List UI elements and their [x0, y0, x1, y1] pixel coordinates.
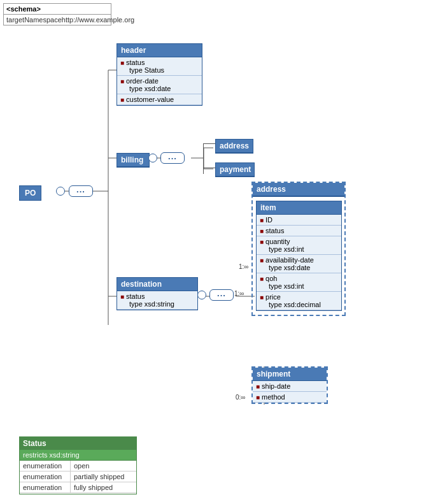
status-row-full: enumeration fully shipped	[20, 482, 136, 493]
payment-title: payment	[216, 163, 254, 176]
billing-branch-v	[203, 143, 204, 174]
payment-node: payment	[215, 162, 255, 177]
status-key: enumeration	[20, 472, 71, 482]
status-val: fully shipped	[71, 482, 116, 493]
po-dots-label: ···	[76, 187, 85, 196]
shipment-field-method: ■method	[253, 392, 327, 403]
status-val: partially shipped	[71, 472, 128, 482]
field-icon: ■	[260, 227, 264, 234]
field-icon: ■	[260, 294, 264, 301]
header-field-orderdate: ■order-datetype xsd:date	[117, 76, 202, 94]
item-field-status: ■status	[257, 226, 341, 236]
destination-connector-oval	[197, 291, 206, 299]
po-address-container: address item ■ID ■status ■quantitytype x…	[251, 182, 346, 316]
field-icon: ■	[256, 383, 260, 390]
label-one-inf-item: 1:∞	[239, 263, 248, 270]
field-icon: ■	[120, 96, 124, 103]
header-node: header ■statustype Status ■order-datetyp…	[117, 43, 202, 106]
billing-branch-h2	[203, 168, 216, 168]
status-row-partial: enumeration partially shipped	[20, 472, 136, 482]
item-field-price: ■pricetype xsd:decimal	[257, 292, 341, 310]
status-key: enumeration	[20, 482, 71, 493]
status-row-open: enumeration open	[20, 461, 136, 472]
label-one-inf-destination: 1:∞	[234, 290, 244, 297]
header-field-status: ■statustype Status	[117, 57, 202, 76]
field-icon: ■	[120, 59, 124, 66]
destination-field-status: ■statustype xsd:string	[117, 291, 197, 310]
destination-node: destination ■statustype xsd:string	[117, 277, 198, 310]
billing-node: billing	[117, 153, 150, 168]
field-icon: ■	[260, 257, 264, 264]
schema-val: http://www.example.org	[62, 16, 134, 24]
status-key: enumeration	[20, 461, 71, 471]
schema-box: <schema> targetNamespace http://www.exam…	[3, 3, 111, 25]
billing-dots-label: ···	[168, 154, 177, 163]
field-icon: ■	[260, 275, 264, 282]
field-icon: ■	[260, 217, 264, 224]
field-icon: ■	[120, 78, 124, 85]
billing-address-title: address	[216, 140, 253, 153]
item-node: item ■ID ■status ■quantitytype xsd:int ■…	[256, 201, 342, 311]
shipment-container: shipment ■ship-date ■method	[251, 366, 328, 404]
item-title: item	[257, 201, 341, 215]
destination-title: destination	[117, 278, 197, 291]
billing-connector-oval	[148, 154, 157, 162]
item-field-id: ■ID	[257, 215, 341, 226]
destination-dots-box: ···	[209, 289, 234, 301]
billing-dots-box: ···	[160, 152, 185, 164]
po-connector-oval	[56, 187, 65, 196]
field-icon: ■	[120, 293, 124, 300]
header-title: header	[117, 44, 202, 57]
connector-lines	[0, 0, 431, 504]
schema-title: <schema>	[4, 4, 111, 15]
shipment-title: shipment	[253, 368, 327, 381]
billing-address-node: address	[215, 139, 253, 154]
schema-row-namespace: targetNamespace http://www.example.org	[4, 15, 111, 25]
status-subtitle: restricts xsd:string	[20, 450, 136, 461]
po-node: PO	[19, 185, 41, 201]
destination-dots-label: ···	[217, 291, 226, 300]
po-address-node: address	[253, 183, 344, 197]
status-title: Status	[20, 437, 136, 450]
po-dots-box: ···	[69, 185, 93, 197]
status-val: open	[71, 461, 92, 471]
header-field-customervalue: ■customer-value	[117, 94, 202, 105]
field-icon: ■	[260, 238, 264, 245]
shipment-field-shipdate: ■ship-date	[253, 381, 327, 392]
item-field-avail: ■availability-datetype xsd:date	[257, 255, 341, 273]
po-address-title: address	[253, 183, 344, 196]
diagram-area: <schema> targetNamespace http://www.exam…	[0, 0, 431, 504]
shipment-node: shipment ■ship-date ■method	[253, 368, 327, 403]
schema-key: targetNamespace	[6, 16, 62, 24]
label-zero-inf-shipment: 0:∞	[236, 394, 245, 401]
billing-title: billing	[117, 154, 149, 167]
item-field-qoh: ■qohtype xsd:int	[257, 273, 341, 292]
billing-branch-h1	[203, 143, 216, 144]
item-field-quantity: ■quantitytype xsd:int	[257, 236, 341, 255]
field-icon: ■	[256, 394, 260, 401]
status-box: Status restricts xsd:string enumeration …	[19, 436, 137, 494]
